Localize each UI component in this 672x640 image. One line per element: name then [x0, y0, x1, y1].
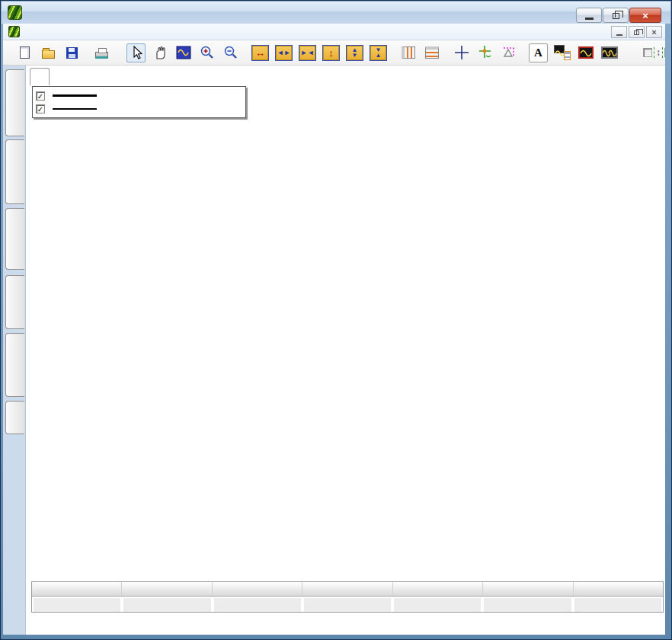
zoom-out-icon — [223, 45, 238, 60]
pan-hand-icon — [152, 45, 168, 60]
child-close-icon: × — [651, 28, 656, 37]
menu-view[interactable] — [59, 30, 76, 34]
single-graph-button[interactable] — [576, 43, 595, 62]
status-value-vert-d — [574, 598, 661, 612]
open-folder-icon — [42, 50, 55, 59]
close-icon: × — [642, 11, 648, 21]
horizontal-markers-icon — [425, 46, 439, 59]
print-icon — [95, 52, 108, 59]
menu-file[interactable] — [26, 30, 43, 34]
sidebar-tab-edit-graph[interactable] — [5, 139, 24, 204]
plot-properties-button[interactable] — [552, 43, 571, 62]
minimize-icon — [585, 18, 594, 20]
multi-graph-icon — [601, 46, 618, 59]
vertical-markers-button[interactable] — [398, 43, 418, 62]
status-value-row — [32, 597, 663, 612]
sidebar-tab-tracker[interactable] — [5, 275, 24, 329]
scale-y-button[interactable]: ▲▼ — [345, 43, 364, 62]
minimize-button[interactable] — [576, 8, 602, 23]
save-button[interactable] — [62, 43, 82, 62]
status-col-horz-d — [483, 582, 573, 596]
child-close-button[interactable]: × — [646, 26, 662, 38]
child-minimize-icon — [616, 34, 622, 36]
zoom-in-button[interactable] — [197, 43, 216, 62]
close-button[interactable]: × — [629, 8, 661, 23]
crosshair-icon — [454, 45, 469, 60]
new-document-button[interactable] — [15, 43, 34, 62]
document-window-icon — [8, 26, 20, 37]
pan-tool-button[interactable] — [150, 43, 169, 62]
single-graph-icon — [578, 46, 594, 59]
status-value-hcal-dx — [304, 598, 391, 612]
status-value-x-cursor — [34, 598, 120, 612]
zoom-in-icon — [200, 45, 215, 60]
status-col-y-cursor — [122, 582, 212, 596]
open-file-button[interactable] — [39, 43, 58, 62]
zoom-box-tool-button[interactable] — [174, 43, 193, 62]
select-tool-button[interactable] — [126, 43, 146, 62]
y-axis-label-db20 — [99, 124, 122, 338]
status-col-x-cursor — [32, 582, 122, 596]
status-value-hcal-1dx — [394, 598, 481, 612]
plot-canvas[interactable] — [140, 165, 597, 498]
legend-item: ✓ — [36, 102, 242, 115]
menu-edit[interactable] — [43, 30, 59, 34]
expand-x-button[interactable]: ↔ — [251, 43, 270, 62]
restore-button[interactable] — [603, 8, 629, 23]
fit-vertical-group[interactable]: ↕ — [634, 43, 665, 62]
document-tab-strip — [27, 68, 665, 85]
legend-checkbox-db20[interactable]: ✓ — [36, 91, 45, 101]
text-label-button[interactable]: A — [529, 43, 548, 62]
scale-x-icon: ◄► — [276, 46, 292, 60]
sidebar-tab-workspace[interactable] — [5, 333, 24, 397]
select-arrow-icon — [129, 45, 144, 60]
child-restore-button[interactable] — [629, 26, 645, 38]
caliper-button[interactable] — [499, 43, 518, 62]
sidebar-tab-hide[interactable] — [5, 401, 24, 434]
sidebar-tab-edit-plots[interactable] — [5, 69, 24, 136]
multi-graph-button[interactable] — [600, 43, 619, 62]
legend-line-sample-db20 — [53, 94, 97, 97]
menu-help[interactable] — [93, 30, 110, 34]
caliper-icon — [501, 45, 517, 60]
toolbar: ↔ ◄► ►◄ ↕ ▲▼ ▼▲ A — [3, 40, 665, 66]
sidebar — [3, 66, 26, 635]
restore-icon — [613, 13, 619, 19]
y-axis-label-ph — [120, 306, 142, 488]
fit-vertical-left-checkbox[interactable] — [643, 48, 652, 57]
tracker-icon — [478, 45, 493, 60]
title-bar: × — [2, 2, 670, 24]
compress-y-button[interactable]: ▼▲ — [369, 43, 388, 62]
legend-checkbox-ph[interactable]: ✓ — [36, 104, 45, 114]
scale-y-icon: ▲▼ — [347, 46, 363, 60]
status-value-v-caliper — [214, 598, 301, 612]
sidebar-tab-edit-axes[interactable] — [5, 208, 24, 270]
status-header-row — [32, 582, 663, 597]
print-button[interactable] — [92, 43, 111, 62]
scale-x-button[interactable]: ◄► — [274, 43, 293, 62]
expand-y-button[interactable]: ↕ — [322, 43, 341, 62]
expand-x-icon: ↔ — [252, 46, 268, 60]
cursor-status-table — [31, 581, 664, 613]
child-restore-icon — [634, 30, 639, 35]
expand-y-icon: ↕ — [323, 46, 339, 60]
document-tab[interactable] — [30, 68, 50, 85]
save-floppy-icon — [66, 47, 78, 59]
menu-bar: × — [3, 24, 665, 40]
new-document-icon — [20, 46, 30, 59]
horizontal-markers-button[interactable] — [422, 43, 441, 62]
compress-y-icon: ▼▲ — [370, 46, 386, 60]
child-minimize-button[interactable] — [611, 26, 627, 38]
menu-windows[interactable] — [76, 30, 93, 34]
client-area: ✓ ✓ — [3, 66, 665, 635]
compress-x-button[interactable]: ►◄ — [298, 43, 317, 62]
status-value-horz-d — [484, 598, 571, 612]
status-value-y-cursor — [123, 598, 210, 612]
crosshair-button[interactable] — [452, 43, 471, 62]
tracker-button[interactable] — [475, 43, 494, 62]
status-col-vert-d — [574, 582, 663, 596]
fit-vertical-right-checkbox[interactable] — [664, 48, 665, 57]
zoom-out-button[interactable] — [221, 43, 240, 62]
status-col-hcal-dx — [302, 582, 392, 596]
status-col-v-caliper — [213, 582, 302, 596]
